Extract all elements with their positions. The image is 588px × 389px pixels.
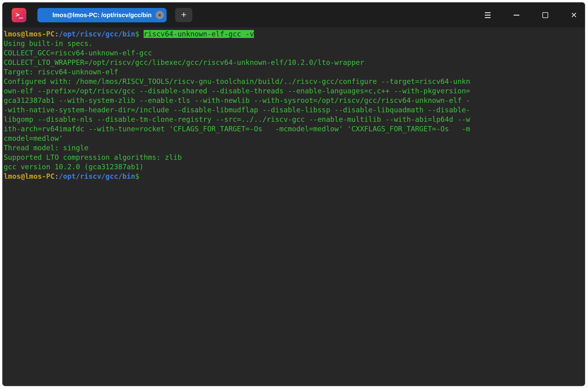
terminal-text-span: lmos@lmos-PC: [4, 30, 55, 38]
terminal-text-span: :: [55, 172, 59, 180]
tab-close-button[interactable]: ×: [156, 11, 164, 19]
terminal-window: >_ lmos@lmos-PC: /opt/riscv/gcc/bin × + …: [2, 2, 585, 386]
terminal-line: libgomp --disable-nls --disable-tm-clone…: [4, 115, 584, 124]
terminal-line: ith-arch=rv64imafdc --with-tune=rocket '…: [4, 124, 584, 134]
prompt-glyph-icon: >_: [16, 11, 23, 18]
terminal-body[interactable]: lmos@lmos-PC:/opt/riscv/gcc/bin$ riscv64…: [2, 28, 585, 181]
terminal-line: gcc version 10.2.0 (gca312387ab1): [4, 162, 584, 172]
terminal-line: Configured with: /home/lmos/RISCV_TOOLS/…: [4, 77, 584, 86]
terminal-line: COLLECT_LTO_WRAPPER=/opt/riscv/gcc/libex…: [4, 58, 584, 67]
terminal-text-span: $: [135, 30, 144, 38]
terminal-app-icon: >_: [12, 8, 26, 22]
hamburger-menu-icon: [485, 12, 491, 18]
minimize-icon: [514, 15, 519, 16]
window-controls: ✕: [469, 8, 584, 22]
close-button[interactable]: ✕: [564, 8, 584, 22]
terminal-text-span: lmos@lmos-PC: [4, 172, 55, 180]
minimize-button[interactable]: [507, 8, 526, 22]
terminal-line: Supported LTO compression algorithms: zl…: [4, 153, 584, 162]
close-icon: ✕: [571, 11, 577, 19]
terminal-line: gca312387ab1 --with-system-zlib --enable…: [4, 96, 584, 105]
terminal-text-span: Thread model: single: [4, 144, 89, 152]
terminal-line: lmos@lmos-PC:/opt/riscv/gcc/bin$ riscv64…: [4, 29, 584, 39]
tab-title: lmos@lmos-PC: /opt/riscv/gcc/bin: [52, 12, 152, 19]
new-tab-button[interactable]: +: [175, 8, 192, 22]
terminal-text-span: COLLECT_LTO_WRAPPER=/opt/riscv/gcc/libex…: [4, 58, 364, 66]
terminal-line: -with-native-system-header-dir=/include …: [4, 105, 584, 115]
terminal-text-span: Configured with: /home/lmos/RISCV_TOOLS/…: [4, 77, 470, 85]
terminal-text-span: ith-arch=rv64imafdc --with-tune=rocket '…: [4, 125, 470, 133]
terminal-line: Thread model: single: [4, 143, 584, 153]
terminal-text-span: gca312387ab1 --with-system-zlib --enable…: [4, 96, 470, 104]
terminal-text-span: /opt/riscv/gcc/bin: [59, 30, 135, 38]
terminal-text-span: -with-native-system-header-dir=/include …: [4, 106, 470, 114]
maximize-button[interactable]: [535, 8, 555, 22]
terminal-line: Using built-in specs.: [4, 39, 584, 48]
plus-icon: +: [181, 10, 187, 19]
terminal-text-span: Using built-in specs.: [4, 39, 93, 47]
maximize-icon: [542, 12, 548, 18]
terminal-text-span: /opt/riscv/gcc/bin: [59, 172, 135, 180]
terminal-line: lmos@lmos-PC:/opt/riscv/gcc/bin$: [4, 172, 584, 181]
terminal-text-span: libgomp --disable-nls --disable-tm-clone…: [4, 115, 470, 123]
terminal-text-span: Supported LTO compression algorithms: zl…: [4, 153, 182, 161]
terminal-text-span: cmodel=medlow': [4, 134, 63, 142]
terminal-text-span: own-elf --prefix=/opt/riscv/gcc --disabl…: [4, 87, 470, 95]
menu-button[interactable]: [478, 8, 497, 22]
selected-command-text: riscv64-unknown-elf-gcc -v: [144, 30, 254, 38]
terminal-line: COLLECT_GCC=riscv64-unknown-elf-gcc: [4, 48, 584, 58]
terminal-text-span: COLLECT_GCC=riscv64-unknown-elf-gcc: [4, 49, 152, 57]
terminal-text-span: :: [55, 30, 59, 38]
terminal-text-span: gcc version 10.2.0 (gca312387ab1): [4, 163, 144, 171]
terminal-line: own-elf --prefix=/opt/riscv/gcc --disabl…: [4, 86, 584, 96]
terminal-line: Target: riscv64-unknown-elf: [4, 67, 584, 77]
terminal-line: cmodel=medlow': [4, 134, 584, 143]
terminal-text-span: $: [135, 172, 139, 180]
titlebar[interactable]: >_ lmos@lmos-PC: /opt/riscv/gcc/bin × + …: [2, 2, 585, 28]
tab-close-icon: ×: [158, 13, 161, 17]
tab-active[interactable]: lmos@lmos-PC: /opt/riscv/gcc/bin ×: [37, 8, 167, 22]
terminal-text-span: Target: riscv64-unknown-elf: [4, 68, 118, 76]
